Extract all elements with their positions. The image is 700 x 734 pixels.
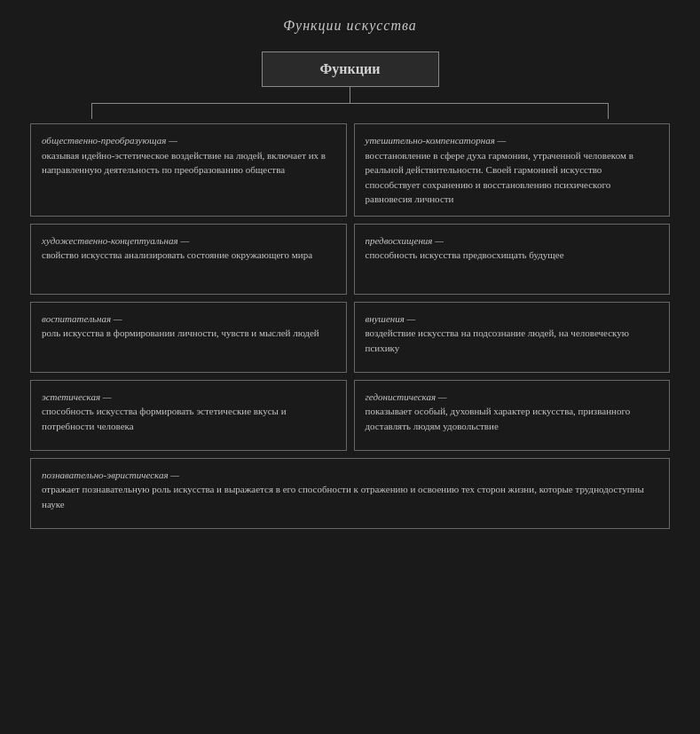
cell-row4-left-body: способность искусства формировать эстети… xyxy=(42,406,287,431)
cell-row3-right: внушения — воздействие искусства на подс… xyxy=(354,302,671,373)
cell-row3-left-body: роль искусства в формировании личности, … xyxy=(42,328,319,338)
cell-row2-left-body: свойство искусства анализировать состоян… xyxy=(42,249,312,260)
cell-row3-left: воспитательная — роль искусства в формир… xyxy=(30,302,347,373)
cell-row2-right-title: предвосхищения — xyxy=(366,235,444,246)
cell-row5-center-title: познавательно-эвристическая — xyxy=(42,470,179,480)
cell-row3-right-title: внушения — xyxy=(366,313,416,324)
row-2: художественно-концептуальная — свойство … xyxy=(27,220,673,298)
cell-row1-left-title: общественно-преобразующая — xyxy=(42,135,177,146)
cell-row4-right-title: гедонистическая — xyxy=(366,391,447,402)
row-5: познавательно-эвристическая — отражает п… xyxy=(27,454,673,533)
cell-row2-right-body: способность искусства предвосхищать буду… xyxy=(366,249,564,260)
cell-row1-left: общественно-преобразующая — оказывая иде… xyxy=(30,123,347,217)
connector-v-top xyxy=(350,87,350,103)
row-3: воспитательная — роль искусства в формир… xyxy=(27,298,673,376)
cell-row2-right: предвосхищения — способность искусства п… xyxy=(354,224,671,295)
cell-row1-right-body: восстановление в сфере духа гармонии, ут… xyxy=(366,150,633,205)
rows-container: общественно-преобразующая — оказывая иде… xyxy=(27,120,673,533)
horizontal-branch xyxy=(91,103,609,104)
cell-row5-center-body: отражает познавательную роль искусства и… xyxy=(42,484,644,509)
cell-row5-center: познавательно-эвристическая — отражает п… xyxy=(30,458,670,529)
main-functions-box: Функции xyxy=(262,51,439,87)
cell-row4-right: гедонистическая — показывает особый, дух… xyxy=(354,380,671,451)
cell-row1-right-title: утешительно-компенсаторная — xyxy=(366,135,507,146)
cell-row3-left-title: воспитательная — xyxy=(42,313,122,324)
cell-row3-right-body: воздействие искусства на подсознание люд… xyxy=(366,328,629,353)
row-1: общественно-преобразующая — оказывая иде… xyxy=(27,120,673,220)
page-title: Функции искусства xyxy=(283,18,417,34)
branch-left-down xyxy=(91,103,92,119)
cell-row2-left-title: художественно-концептуальная — xyxy=(42,235,189,246)
diagram: Функции общественно-преобразующая — оказ… xyxy=(27,51,673,533)
cell-row4-left-title: эстетическая — xyxy=(42,391,112,402)
row-4: эстетическая — способность искусства фор… xyxy=(27,376,673,454)
cell-row2-left: художественно-концептуальная — свойство … xyxy=(30,224,347,295)
cell-row1-right: утешительно-компенсаторная — восстановле… xyxy=(354,123,671,217)
cell-row4-left: эстетическая — способность искусства фор… xyxy=(30,380,347,451)
cell-row1-left-body: оказывая идейно-эстетическое воздействие… xyxy=(42,150,326,176)
cell-row4-right-body: показывает особый, духовный характер иск… xyxy=(366,406,631,431)
page-container: Функции искусства Функции общественно-пр… xyxy=(0,0,700,734)
branch-right-down xyxy=(608,103,609,119)
